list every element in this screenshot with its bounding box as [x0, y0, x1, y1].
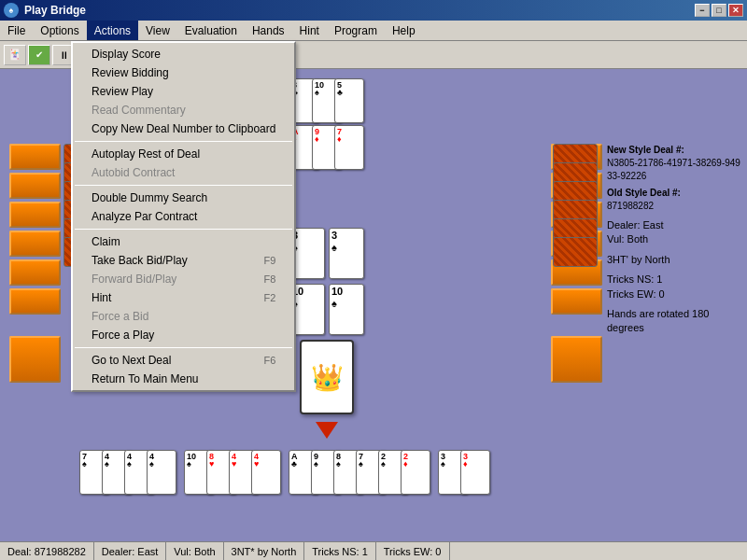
- menu-autoplay[interactable]: Autoplay Rest of Deal: [73, 145, 294, 163]
- menu-read-commentary: Read Commentary: [73, 101, 294, 119]
- left-btn-7[interactable]: [9, 336, 61, 383]
- direction-arrow: [316, 422, 338, 439]
- menu-review-bidding[interactable]: Review Bidding: [73, 63, 294, 82]
- maximize-button[interactable]: □: [712, 4, 726, 17]
- status-dealer: Dealer: East: [94, 542, 167, 560]
- center-card-2[interactable]: 3 ♠: [329, 228, 364, 279]
- next-deal-shortcut: F6: [264, 355, 276, 366]
- minimize-button[interactable]: −: [695, 4, 710, 17]
- menu-display-score[interactable]: Display Score: [73, 45, 294, 63]
- tricks-ns-value: Tricks NS: 1: [607, 273, 742, 287]
- statusbar: Deal: 871988282 Dealer: East Vul: Both 3…: [0, 541, 747, 560]
- takeback-shortcut: F9: [264, 255, 276, 266]
- new-style-value: N3805-21786-41971-38269-94933-92226: [607, 157, 742, 183]
- left-btn-5[interactable]: [9, 259, 61, 286]
- menu-evaluation[interactable]: Evaluation: [177, 21, 245, 40]
- menu-file[interactable]: File: [0, 21, 33, 40]
- app-title: Play Bridge: [24, 4, 695, 17]
- menu-options[interactable]: Options: [33, 21, 86, 40]
- left-btn-2[interactable]: [9, 173, 61, 199]
- right-btn-7[interactable]: [551, 336, 602, 383]
- menu-program[interactable]: Program: [327, 21, 385, 40]
- separator-4: [75, 347, 292, 348]
- separator-3: [75, 229, 292, 230]
- tricks-ew-value: Tricks EW: 0: [607, 287, 742, 301]
- hint-label: Hint: [92, 291, 111, 304]
- menu-autobid: Autobid Contract: [73, 163, 294, 182]
- menu-next-deal[interactable]: Go to Next Deal F6: [73, 351, 294, 370]
- rotated-label: Hands are rotated 180 degrees: [607, 307, 742, 336]
- left-side-buttons: [9, 144, 61, 383]
- window-controls: − □ ✕: [695, 4, 743, 17]
- left-btn-1[interactable]: [9, 144, 61, 170]
- menu-review-play[interactable]: Review Play: [73, 82, 294, 101]
- menu-hint[interactable]: Hint: [292, 21, 327, 40]
- forward-shortcut: F8: [264, 273, 276, 285]
- menu-help[interactable]: Help: [385, 21, 423, 40]
- status-tricks-ew: Tricks EW: 0: [376, 542, 450, 560]
- menu-copy-deal[interactable]: Copy New Deal Number to Clipboard: [73, 119, 294, 138]
- app-icon: ♠: [4, 3, 19, 18]
- north-hand: 3♣ 10♠ 5♣ A♦ 9♦ 7♦: [289, 78, 364, 170]
- new-style-label: New Style Deal #:: [607, 144, 742, 157]
- menu-double-dummy[interactable]: Double Dummy Search: [73, 189, 294, 207]
- menu-takeback[interactable]: Take Back Bid/Play F9: [73, 251, 294, 270]
- status-contract: 3NT* by North: [224, 542, 305, 560]
- separator-2: [75, 185, 292, 186]
- toolbar-btn-1[interactable]: 🃏: [4, 45, 26, 65]
- dealer-value: Dealer: East: [607, 218, 742, 232]
- menu-view[interactable]: View: [138, 21, 177, 40]
- titlebar: ♠ Play Bridge − □ ✕: [0, 0, 747, 21]
- menu-forward: Forward Bid/Play F8: [73, 270, 294, 288]
- separator-1: [75, 141, 292, 142]
- old-style-value: 871988282: [607, 200, 742, 213]
- south-card-n6[interactable]: 2♦: [401, 450, 430, 495]
- menu-hint[interactable]: Hint F2: [73, 288, 294, 307]
- old-style-label: Old Style Deal #:: [607, 187, 742, 200]
- menu-hands[interactable]: Hands: [245, 21, 292, 40]
- south-card-m4[interactable]: 4♥: [251, 450, 281, 495]
- actions-dropdown: Display Score Review Bidding Review Play…: [71, 41, 296, 392]
- right-btn-6[interactable]: [551, 288, 602, 315]
- forward-label: Forward Bid/Play: [92, 273, 176, 286]
- next-deal-label: Go to Next Deal: [92, 354, 171, 367]
- hint-shortcut: F2: [264, 292, 276, 303]
- menu-main-menu[interactable]: Return To Main Menu: [73, 370, 294, 388]
- south-hand: 7♠ 4♠ 4♠ 4♠ 10♠ 8♥ 4♥ 4♥ A♣ 9♠ 8♠ 7♠ 2♠ …: [79, 450, 490, 495]
- menu-actions[interactable]: Actions: [87, 21, 138, 40]
- left-btn-3[interactable]: [9, 202, 61, 228]
- takeback-label: Take Back Bid/Play: [92, 254, 188, 267]
- north-card-6[interactable]: 7♦: [334, 125, 364, 170]
- contract-value: 3HT' by North: [607, 253, 742, 267]
- menu-claim[interactable]: Claim: [73, 232, 294, 251]
- center-card-4[interactable]: 10 ♠: [329, 284, 364, 335]
- status-deal: Deal: 871988282: [0, 542, 94, 560]
- close-button[interactable]: ✕: [728, 4, 743, 17]
- left-btn-6[interactable]: [9, 288, 61, 315]
- info-panel: New Style Deal #: N3805-21786-41971-3826…: [607, 144, 742, 336]
- left-btn-4[interactable]: [9, 231, 61, 257]
- south-card-d2[interactable]: 3♦: [460, 450, 490, 495]
- menubar: File Options Actions View Evaluation Han…: [0, 21, 747, 41]
- status-tricks-ns: Tricks NS: 1: [304, 542, 376, 560]
- east-card-6: [553, 237, 598, 267]
- east-hand: [553, 144, 598, 267]
- king-card[interactable]: 👑: [300, 340, 354, 414]
- menu-analyze-par[interactable]: Analyze Par Contract: [73, 207, 294, 226]
- south-card-s4[interactable]: 4♠: [147, 450, 176, 495]
- status-vul: Vul: Both: [166, 542, 223, 560]
- menu-force-play[interactable]: Force a Play: [73, 326, 294, 344]
- menu-force-bid: Force a Bid: [73, 307, 294, 326]
- toolbar-btn-2[interactable]: ✔: [28, 45, 50, 65]
- vul-value: Vul: Both: [607, 232, 742, 246]
- north-card-3[interactable]: 5♣: [334, 78, 364, 123]
